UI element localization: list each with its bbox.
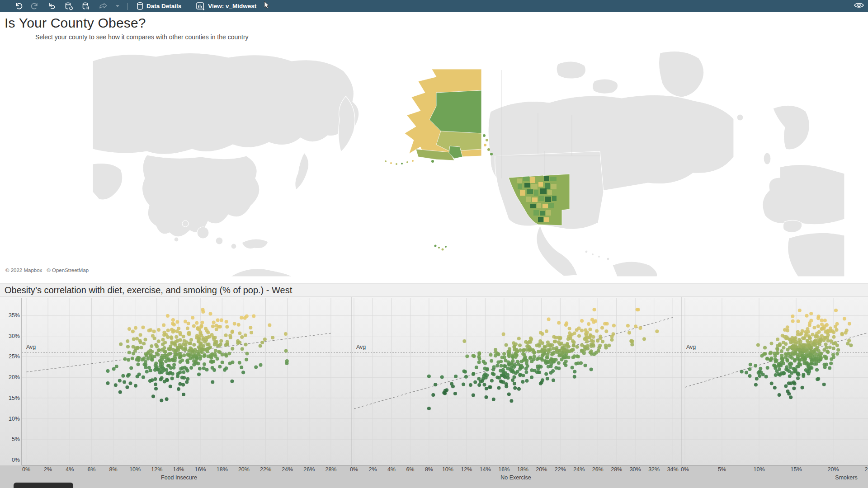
county-point[interactable] bbox=[572, 344, 576, 347]
county-point[interactable] bbox=[513, 345, 516, 348]
county-point[interactable] bbox=[129, 366, 133, 370]
county-point[interactable] bbox=[211, 324, 215, 328]
county-point[interactable] bbox=[224, 333, 228, 337]
county-point[interactable] bbox=[184, 319, 187, 323]
county-point[interactable] bbox=[769, 352, 772, 355]
county-point[interactable] bbox=[197, 345, 201, 349]
county-point[interactable] bbox=[766, 366, 769, 370]
county-point[interactable] bbox=[778, 393, 781, 397]
county-point[interactable] bbox=[152, 329, 156, 333]
county-point[interactable] bbox=[804, 368, 808, 372]
county-point[interactable] bbox=[510, 361, 514, 365]
county-point[interactable] bbox=[473, 380, 477, 384]
county-point[interactable] bbox=[562, 348, 566, 352]
county-point[interactable] bbox=[263, 338, 267, 341]
county-point[interactable] bbox=[820, 323, 824, 326]
county-point[interactable] bbox=[835, 352, 839, 356]
county-point[interactable] bbox=[518, 373, 522, 377]
county-point[interactable] bbox=[763, 346, 767, 350]
county-point[interactable] bbox=[607, 344, 611, 347]
county-point[interactable] bbox=[745, 371, 748, 375]
county-point[interactable] bbox=[630, 343, 634, 347]
county-point[interactable] bbox=[500, 364, 503, 368]
county-point[interactable] bbox=[200, 333, 203, 337]
county-point[interactable] bbox=[259, 363, 263, 367]
county-point[interactable] bbox=[809, 312, 813, 315]
county-region[interactable] bbox=[520, 190, 525, 196]
county-point[interactable] bbox=[557, 336, 561, 339]
county-point[interactable] bbox=[523, 353, 526, 357]
county-point[interactable] bbox=[171, 330, 175, 333]
county-point[interactable] bbox=[655, 329, 659, 333]
island-region[interactable] bbox=[412, 160, 414, 162]
county-point[interactable] bbox=[813, 352, 817, 355]
island-region[interactable] bbox=[396, 163, 397, 165]
county-point[interactable] bbox=[106, 381, 110, 385]
county-region[interactable] bbox=[552, 196, 557, 201]
county-point[interactable] bbox=[832, 335, 836, 339]
county-point[interactable] bbox=[588, 328, 592, 331]
county-point[interactable] bbox=[195, 357, 198, 361]
county-point[interactable] bbox=[530, 360, 533, 363]
county-point[interactable] bbox=[776, 344, 779, 347]
county-point[interactable] bbox=[814, 347, 818, 351]
county-point[interactable] bbox=[782, 346, 785, 350]
county-point[interactable] bbox=[784, 385, 788, 388]
county-point[interactable] bbox=[119, 343, 123, 346]
county-point[interactable] bbox=[284, 332, 288, 336]
county-point[interactable] bbox=[133, 349, 137, 353]
county-point[interactable] bbox=[171, 318, 175, 322]
county-point[interactable] bbox=[817, 359, 821, 363]
county-point[interactable] bbox=[169, 347, 173, 351]
county-point[interactable] bbox=[159, 362, 162, 366]
county-point[interactable] bbox=[244, 343, 248, 346]
county-point[interactable] bbox=[583, 345, 586, 348]
county-point[interactable] bbox=[427, 407, 431, 410]
county-point[interactable] bbox=[502, 332, 505, 336]
county-point[interactable] bbox=[758, 374, 761, 378]
county-point[interactable] bbox=[792, 387, 796, 390]
county-point[interactable] bbox=[211, 380, 214, 384]
county-point[interactable] bbox=[150, 357, 154, 361]
county-point[interactable] bbox=[509, 399, 513, 403]
county-point[interactable] bbox=[564, 360, 568, 363]
county-point[interactable] bbox=[557, 340, 561, 344]
county-point[interactable] bbox=[209, 353, 213, 357]
county-point[interactable] bbox=[818, 340, 822, 343]
county-point[interactable] bbox=[472, 372, 475, 376]
island-region[interactable] bbox=[438, 247, 440, 249]
county-point[interactable] bbox=[550, 358, 554, 362]
county-point[interactable] bbox=[789, 381, 793, 385]
county-point[interactable] bbox=[797, 319, 800, 323]
county-point[interactable] bbox=[828, 366, 831, 370]
county-region[interactable] bbox=[542, 204, 548, 208]
county-region[interactable] bbox=[526, 197, 531, 202]
undo-button[interactable] bbox=[10, 0, 27, 12]
county-point[interactable] bbox=[180, 358, 184, 362]
county-point[interactable] bbox=[778, 367, 781, 371]
county-point[interactable] bbox=[637, 308, 640, 311]
county-point[interactable] bbox=[241, 371, 245, 374]
county-point[interactable] bbox=[150, 350, 154, 353]
county-point[interactable] bbox=[233, 322, 236, 325]
county-point[interactable] bbox=[577, 334, 581, 338]
county-point[interactable] bbox=[573, 375, 576, 379]
county-point[interactable] bbox=[485, 395, 488, 399]
county-point[interactable] bbox=[167, 372, 171, 375]
county-point[interactable] bbox=[583, 337, 586, 341]
county-point[interactable] bbox=[154, 343, 158, 347]
county-point[interactable] bbox=[245, 352, 249, 355]
county-point[interactable] bbox=[202, 354, 206, 358]
county-point[interactable] bbox=[477, 355, 481, 358]
county-point[interactable] bbox=[531, 349, 535, 352]
county-point[interactable] bbox=[123, 380, 126, 384]
county-point[interactable] bbox=[585, 331, 589, 334]
county-point[interactable] bbox=[630, 339, 633, 343]
county-point[interactable] bbox=[571, 339, 575, 343]
county-point[interactable] bbox=[162, 333, 166, 337]
forward-dropdown[interactable] bbox=[113, 0, 123, 12]
county-point[interactable] bbox=[599, 337, 602, 340]
county-point[interactable] bbox=[796, 333, 800, 336]
county-point[interactable] bbox=[203, 340, 207, 344]
county-point[interactable] bbox=[146, 357, 150, 361]
